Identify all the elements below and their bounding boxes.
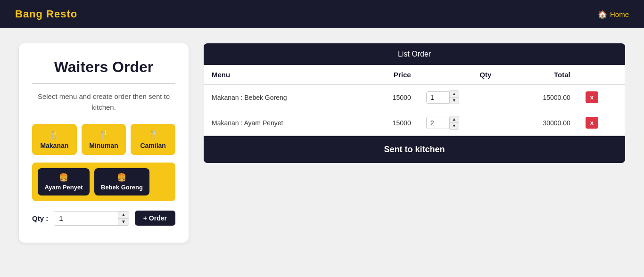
col-action bbox=[578, 65, 625, 85]
qty-spin-down[interactable]: ▼ bbox=[118, 219, 129, 225]
category-minuman-label: Minuman bbox=[89, 142, 118, 149]
row2-qty-cell: ▲ ▼ bbox=[419, 110, 499, 136]
row1-qty-spin-up[interactable]: ▲ bbox=[450, 91, 459, 98]
row2-total: 30000.00 bbox=[499, 110, 578, 136]
qty-label: Qty : bbox=[32, 214, 48, 222]
menu-item-bebek-label: Bebek Goreng bbox=[101, 184, 143, 191]
menu-item-bebek-goreng[interactable]: 🍔 Bebek Goreng bbox=[94, 168, 149, 196]
qty-input-wrap: ▲ ▼ bbox=[54, 211, 129, 226]
burger-icon-ayam: 🍔 bbox=[59, 173, 68, 182]
row1-menu: Makanan : Bebek Goreng bbox=[204, 85, 355, 110]
panel-divider bbox=[32, 83, 175, 84]
order-table-wrap: Menu Price Qty Total Makanan : Bebek Gor… bbox=[204, 65, 625, 136]
home-label: Home bbox=[610, 10, 629, 18]
list-order-header: List Order bbox=[204, 43, 625, 65]
col-qty: Qty bbox=[419, 65, 499, 85]
row1-qty-input[interactable] bbox=[426, 91, 450, 104]
row1-qty-cell: ▲ ▼ bbox=[419, 85, 499, 110]
row1-price: 15000 bbox=[355, 85, 419, 110]
qty-row: Qty : ▲ ▼ + Order bbox=[32, 211, 175, 226]
qty-input[interactable] bbox=[54, 212, 118, 225]
right-panel: List Order Menu Price Qty Total Makanan … bbox=[204, 43, 625, 243]
qty-spin-up[interactable]: ▲ bbox=[118, 212, 129, 219]
brand-logo: Bang Resto bbox=[15, 8, 77, 20]
category-camilan-label: Camilan bbox=[140, 142, 165, 149]
row2-delete-button[interactable]: x bbox=[586, 117, 598, 129]
menu-item-ayam-penyet[interactable]: 🍔 Ayam Penyet bbox=[38, 168, 90, 196]
table-header-row: Menu Price Qty Total bbox=[204, 65, 625, 85]
qty-spinners: ▲ ▼ bbox=[118, 212, 129, 225]
sent-kitchen-button[interactable]: Sent to kitchen bbox=[204, 136, 625, 163]
home-link[interactable]: 🏠 Home bbox=[598, 10, 629, 19]
menu-item-ayam-label: Ayam Penyet bbox=[44, 184, 83, 191]
row2-qty-spin-up[interactable]: ▲ bbox=[450, 116, 459, 123]
row1-qty-spin-down[interactable]: ▼ bbox=[450, 98, 459, 104]
left-panel: Waiters Order Select menu and create ord… bbox=[19, 43, 189, 243]
category-row: 🍴 Makanan 🍴 Minuman 🍴 Camilan bbox=[32, 124, 175, 155]
fork-icon-minuman: 🍴 bbox=[99, 130, 109, 140]
col-price: Price bbox=[355, 65, 419, 85]
row2-menu: Makanan : Ayam Penyet bbox=[204, 110, 355, 136]
panel-description: Select menu and create order then sent t… bbox=[32, 91, 175, 113]
row1-delete-cell: x bbox=[578, 85, 625, 110]
add-order-button[interactable]: + Order bbox=[135, 211, 175, 226]
row2-qty-wrapper: ▲ ▼ bbox=[426, 116, 492, 130]
row2-price: 15000 bbox=[355, 110, 419, 136]
table-row: Makanan : Ayam Penyet 15000 ▲ ▼ 3 bbox=[204, 110, 625, 136]
row1-qty-spinners: ▲ ▼ bbox=[450, 90, 459, 104]
main-content: Waiters Order Select menu and create ord… bbox=[0, 28, 644, 258]
table-row: Makanan : Bebek Goreng 15000 ▲ ▼ bbox=[204, 85, 625, 110]
category-minuman[interactable]: 🍴 Minuman bbox=[82, 124, 126, 155]
col-total: Total bbox=[499, 65, 578, 85]
home-icon: 🏠 bbox=[598, 10, 607, 19]
menu-area: 🍔 Ayam Penyet 🍔 Bebek Goreng bbox=[32, 163, 175, 201]
order-table: Menu Price Qty Total Makanan : Bebek Gor… bbox=[204, 65, 625, 136]
burger-icon-bebek: 🍔 bbox=[117, 173, 126, 182]
row2-qty-input[interactable] bbox=[426, 117, 450, 129]
row2-qty-spinners: ▲ ▼ bbox=[450, 116, 459, 130]
row1-delete-button[interactable]: x bbox=[586, 91, 598, 103]
fork-icon-makanan: 🍴 bbox=[49, 130, 59, 140]
category-camilan[interactable]: 🍴 Camilan bbox=[131, 124, 175, 155]
row2-qty-spin-down[interactable]: ▼ bbox=[450, 123, 459, 129]
panel-title: Waiters Order bbox=[32, 58, 175, 76]
row1-total: 15000.00 bbox=[499, 85, 578, 110]
col-menu: Menu bbox=[204, 65, 355, 85]
row1-qty-wrapper: ▲ ▼ bbox=[426, 90, 492, 104]
navbar: Bang Resto 🏠 Home bbox=[0, 0, 644, 28]
category-makanan[interactable]: 🍴 Makanan bbox=[32, 124, 77, 155]
row2-delete-cell: x bbox=[578, 110, 625, 136]
category-makanan-label: Makanan bbox=[40, 142, 68, 149]
fork-icon-camilan: 🍴 bbox=[148, 130, 158, 140]
